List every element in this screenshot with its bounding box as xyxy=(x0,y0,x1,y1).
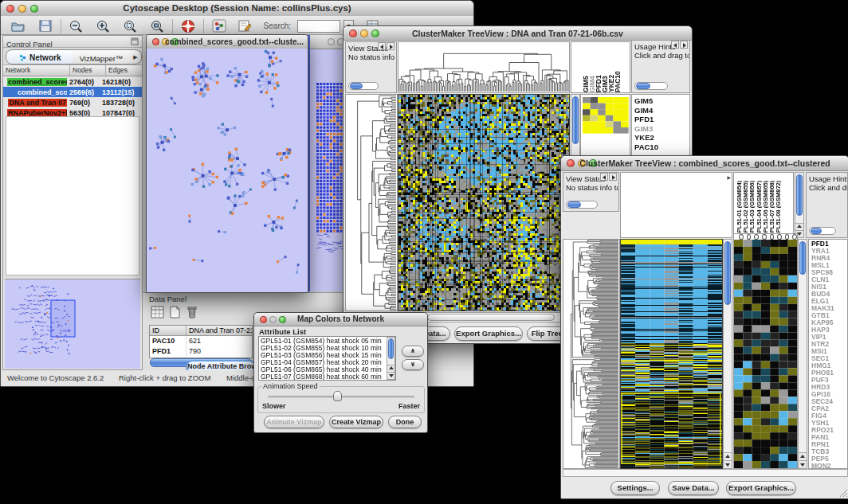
new-attribute-icon[interactable] xyxy=(168,306,182,318)
expand-arrow-icon[interactable]: ▶ xyxy=(727,174,731,180)
main-titlebar[interactable]: Cytoscape Desktop (Session Name: collins… xyxy=(1,1,473,17)
move-down-button[interactable]: ∨ xyxy=(402,359,424,370)
tv1-hints-scrollbar[interactable] xyxy=(634,82,668,90)
tv1-global-heatmap[interactable] xyxy=(398,95,569,311)
tv2-status-right-arrow[interactable] xyxy=(609,173,617,181)
overview-thumbnail[interactable] xyxy=(5,279,140,369)
tv1-gene-label[interactable]: GIM3 xyxy=(634,124,689,134)
attribute-list-scrollbar[interactable] xyxy=(387,337,395,380)
tv2-export-graphics-button[interactable]: Export Graphics... xyxy=(726,481,796,495)
tv2-global-heatmap[interactable] xyxy=(621,240,722,468)
tv2-gene-list: PFD1YRA1RNR4MSL1SPC98CLN1NIS1BUD4ELG1MAK… xyxy=(808,239,848,469)
network-list: combined_scores_2764(0)16218(0)combined_… xyxy=(3,76,142,118)
attribute-listbox[interactable]: GPL51-01 (GSM854) heat shock 05 minGPL51… xyxy=(258,336,396,381)
tv1-column-label: PAC10 xyxy=(614,43,620,92)
tv1-gene-label[interactable]: PFD1 xyxy=(634,115,689,124)
network-overview[interactable] xyxy=(5,279,140,369)
col-header-edges[interactable]: Edges xyxy=(106,65,142,76)
tv1-hints-left-arrow[interactable] xyxy=(671,41,679,49)
select-attributes-icon[interactable] xyxy=(151,306,164,318)
tv1-column-label: GIM3 xyxy=(601,43,607,92)
tv1-row-dendrogram[interactable] xyxy=(346,95,397,311)
zoom-selected-icon[interactable] xyxy=(150,19,165,33)
network-row[interactable]: combined_scores_2764(0)16218(0) xyxy=(3,76,142,87)
tv1-view-status-text: No status info for xyxy=(346,53,396,61)
tv2-column-label: GPL51-07 (GSM868) xyxy=(768,173,775,237)
zoom-out-icon[interactable] xyxy=(69,19,84,33)
tv2-gene-label[interactable]: MON2 xyxy=(811,463,847,469)
tv2-column-dendrogram[interactable]: ▶ xyxy=(620,172,732,238)
network-row[interactable]: combined_sco2569(6)13112(15) xyxy=(3,87,142,97)
animation-slider-thumb[interactable] xyxy=(333,391,342,401)
tv1-hints-right-arrow[interactable] xyxy=(680,41,688,49)
resize-grip[interactable] xyxy=(838,488,848,498)
col-header-network[interactable]: Network xyxy=(3,65,70,76)
treeview2-titlebar[interactable]: ClusterMaker TreeView : combined_scores_… xyxy=(561,156,848,171)
tv2-hints-scrollbar[interactable] xyxy=(809,227,836,235)
tab-vizmapper[interactable]: VizMapper™ xyxy=(73,49,131,64)
tv2-column-label: GPL51-01 (GSM854) xyxy=(736,173,742,237)
tv1-gene-label[interactable]: GIM5 xyxy=(634,96,689,106)
tv1-gene-label[interactable]: GIM4 xyxy=(634,106,689,115)
attribute-list-item[interactable]: GPL51-07 (GSM868) heat shock 60 min xyxy=(261,373,395,381)
tab-network-label: Network xyxy=(29,53,61,62)
tab-overflow-button[interactable]: ▶ xyxy=(130,49,142,64)
network-view-titlebar[interactable]: combined_scores_good.txt--cluste... xyxy=(147,35,308,49)
close-button[interactable] xyxy=(328,38,335,45)
zoom-fit-icon[interactable] xyxy=(123,19,138,33)
annotation-icon[interactable] xyxy=(238,19,252,33)
tv2-column-label: GPL51-06 (GSM865) xyxy=(762,173,768,237)
datapanel-col-id[interactable]: ID xyxy=(150,326,186,335)
save-icon[interactable] xyxy=(38,19,53,33)
tv2-status-scrollbar[interactable] xyxy=(566,201,598,209)
treeview2-title: ClusterMaker TreeView : combined_scores_… xyxy=(561,158,848,168)
animation-speed-label: Animation Speed xyxy=(261,382,320,390)
tv2-settings-button[interactable]: Settings... xyxy=(610,481,660,495)
network-canvas[interactable] xyxy=(147,49,308,292)
control-panel-empty-area xyxy=(6,116,139,275)
col-header-nodes[interactable]: Nodes xyxy=(70,65,106,76)
search-label: Search: xyxy=(264,21,291,30)
help-lifering-icon[interactable] xyxy=(181,19,196,33)
tv1-usage-hints-text: Click and drag to xyxy=(632,51,689,60)
tv1-export-graphics-button[interactable]: Export Graphics... xyxy=(454,326,523,341)
delete-attribute-icon[interactable] xyxy=(186,305,198,318)
tab-vizmapper-label: VizMapper™ xyxy=(80,54,124,63)
create-vizmap-button[interactable]: Create Vizmap xyxy=(329,416,383,428)
move-up-button[interactable]: ∧ xyxy=(402,346,424,357)
tv2-status-left-arrow[interactable] xyxy=(600,173,608,181)
animate-vizmap-button[interactable]: Animate Vizmap xyxy=(264,416,324,428)
network-manager-icon[interactable] xyxy=(212,19,226,33)
tv2-row-dendrogram[interactable] xyxy=(563,240,619,468)
search-input[interactable] xyxy=(297,20,340,33)
tv2-view-status: View Status No status info to xyxy=(563,172,619,212)
tv1-gene-label[interactable]: YKE2 xyxy=(634,133,689,143)
data-panel-row[interactable]: PFD1790 xyxy=(150,346,252,357)
tv2-zoom-vscrollbar[interactable] xyxy=(798,239,807,469)
tv1-zoom-heatmap[interactable] xyxy=(583,97,629,134)
network-row[interactable]: DNA and Tran 07769(0)183728(0) xyxy=(3,97,142,107)
tv2-zoom-column-mark xyxy=(792,234,797,240)
tv2-heatmap-vscrollbar[interactable] xyxy=(723,239,732,469)
tv2-labels-scrollbar[interactable] xyxy=(795,172,804,238)
tv2-usage-hints-text: Click and drag to xyxy=(807,183,847,192)
tv1-status-left-arrow[interactable] xyxy=(378,42,386,50)
tv1-gene-label[interactable]: PAC10 xyxy=(634,143,689,152)
data-panel-row[interactable]: PAC10621 xyxy=(150,336,252,346)
open-file-icon[interactable] xyxy=(10,19,26,33)
treeview1-titlebar[interactable]: ClusterMaker TreeView : DNA and Tran 07-… xyxy=(344,26,692,41)
done-button[interactable]: Done xyxy=(388,416,422,428)
tv1-status-scrollbar[interactable] xyxy=(348,82,379,90)
tv1-column-dendrogram[interactable] xyxy=(398,42,569,92)
float-panel-icon[interactable] xyxy=(131,37,139,45)
tv2-zoom-column-mark xyxy=(754,234,759,240)
tab-network[interactable]: Network xyxy=(6,49,74,64)
tv2-hscrollbar[interactable] xyxy=(563,469,848,477)
tv2-save-data-button[interactable]: Save Data... xyxy=(668,481,719,495)
dialog-titlebar[interactable]: Map Colors to Network xyxy=(254,313,427,326)
zoom-in-icon[interactable] xyxy=(96,19,111,33)
datapanel-col-attr[interactable]: DNA and Tran 07-21-06 xyxy=(186,326,252,335)
tv2-column-label: GPL51-04 (GSM857) xyxy=(756,173,762,237)
tv1-status-right-arrow[interactable] xyxy=(387,42,395,50)
tv2-zoom-heatmap[interactable] xyxy=(734,240,797,468)
